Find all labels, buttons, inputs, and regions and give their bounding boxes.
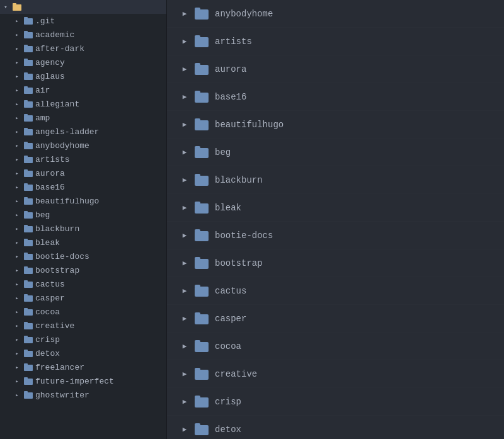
tree-item[interactable]: ▸ academic: [0, 28, 166, 42]
chevron-right-icon: ▸: [13, 155, 21, 164]
chevron-right-icon: ▸: [13, 127, 21, 136]
svg-rect-52: [24, 365, 33, 371]
list-item[interactable]: ▶ creative: [167, 360, 504, 388]
chevron-right-icon: ▸: [13, 169, 21, 178]
list-item[interactable]: ▶ artists: [167, 28, 504, 55]
svg-rect-83: [195, 340, 200, 343]
tree-item[interactable]: ▸ air: [0, 83, 166, 97]
chevron-right-icon: ▶: [180, 369, 190, 379]
folder-icon: [23, 57, 33, 67]
tree-item-label: artists: [35, 155, 70, 164]
tree-item[interactable]: ▸ future-imperfect: [0, 374, 166, 388]
chevron-right-icon: ▶: [180, 231, 190, 241]
tree-item[interactable]: ▸ bootie-docs: [0, 249, 166, 263]
tree-item[interactable]: ▸ aglaus: [0, 69, 166, 83]
list-item[interactable]: ▶ aurora: [167, 55, 504, 83]
tree-item[interactable]: ▸ detox: [0, 346, 166, 360]
svg-rect-50: [24, 351, 33, 357]
folder-icon: [195, 7, 209, 21]
tree-item[interactable]: ▸ .git: [0, 14, 166, 28]
tree-item[interactable]: ▸ cactus: [0, 277, 166, 291]
tree-item-label: .git: [35, 16, 55, 26]
chevron-right-icon: ▶: [180, 64, 190, 74]
svg-rect-18: [24, 129, 33, 135]
folder-icon: [12, 2, 22, 12]
list-item-label: blackburn: [215, 175, 263, 185]
folder-icon: [23, 265, 33, 275]
chevron-right-icon: ▸: [13, 321, 21, 330]
tree-item[interactable]: ▸ casper: [0, 291, 166, 305]
folder-icon: [195, 173, 209, 187]
left-tree-items: ▸ .git ▸ academic ▸: [0, 14, 166, 402]
list-item[interactable]: ▶ crisp: [167, 388, 504, 416]
list-item[interactable]: ▶ cocoa: [167, 333, 504, 360]
chevron-right-icon: ▶: [180, 175, 190, 185]
tree-item-label: detox: [35, 349, 60, 358]
tree-item[interactable]: ▸ beautifulhugo: [0, 194, 166, 208]
tree-item[interactable]: ▸ amp: [0, 111, 166, 125]
list-item[interactable]: ▶ bootstrap: [167, 249, 504, 277]
tree-item[interactable]: ▸ creative: [0, 319, 166, 333]
svg-rect-58: [195, 9, 209, 20]
tree-item[interactable]: ▸ anybodyhome: [0, 139, 166, 152]
list-item[interactable]: ▶ bleak: [167, 194, 504, 222]
tree-item-label: academic: [35, 30, 74, 40]
tree-item[interactable]: ▸ aurora: [0, 166, 166, 180]
tree-item[interactable]: ▸ beg: [0, 208, 166, 222]
svg-rect-49: [24, 336, 28, 338]
svg-rect-55: [24, 377, 28, 379]
tree-item-label: blackburn: [35, 224, 79, 234]
list-item[interactable]: ▶ blackburn: [167, 166, 504, 194]
svg-rect-21: [24, 142, 28, 144]
list-item-label: beautifulhugo: [215, 120, 284, 130]
chevron-right-icon: ▸: [13, 224, 21, 233]
tree-item[interactable]: ▸ bleak: [0, 236, 166, 249]
folder-icon: [23, 16, 33, 26]
list-item[interactable]: ▶ cactus: [167, 277, 504, 305]
tree-root-themes[interactable]: ▾: [0, 0, 166, 14]
list-item[interactable]: ▶ detox: [167, 416, 504, 439]
folder-icon: [23, 30, 33, 40]
tree-item[interactable]: ▸ cocoa: [0, 305, 166, 319]
tree-item[interactable]: ▸ bootstrap: [0, 263, 166, 277]
list-item[interactable]: ▶ casper: [167, 305, 504, 333]
list-item[interactable]: ▶ beautifulhugo: [167, 111, 504, 139]
folder-icon: [23, 168, 33, 178]
svg-rect-26: [24, 185, 33, 191]
chevron-right-icon: ▸: [13, 197, 21, 205]
svg-rect-45: [24, 308, 28, 310]
chevron-right-icon: ▸: [13, 363, 21, 372]
tree-item[interactable]: ▸ artists: [0, 152, 166, 166]
svg-rect-73: [195, 202, 200, 205]
tree-item[interactable]: ▸ base16: [0, 180, 166, 194]
tree-item-label: agency: [35, 58, 65, 67]
list-item[interactable]: ▶ beg: [167, 139, 504, 166]
folder-icon: [23, 140, 33, 151]
tree-item-label: after-dark: [35, 44, 84, 54]
svg-rect-87: [195, 396, 200, 399]
list-item[interactable]: ▶ anybodyhome: [167, 0, 504, 28]
tree-item[interactable]: ▸ angels-ladder: [0, 125, 166, 139]
tree-item[interactable]: ▸ freelancer: [0, 360, 166, 374]
tree-item[interactable]: ▸ crisp: [0, 333, 166, 346]
list-item[interactable]: ▶ bootie-docs: [167, 222, 504, 249]
list-item-label: artists: [215, 37, 252, 47]
svg-rect-53: [24, 363, 28, 365]
tree-item[interactable]: ▸ ghostwriter: [0, 388, 166, 402]
left-file-tree: ▾ ▸ .git ▸: [0, 0, 167, 439]
svg-rect-12: [24, 88, 33, 94]
list-item-label: creative: [215, 369, 257, 379]
svg-rect-7: [24, 45, 28, 47]
chevron-right-icon: ▶: [180, 341, 190, 351]
folder-icon: [23, 293, 33, 303]
svg-rect-77: [195, 257, 200, 260]
list-item[interactable]: ▶ base16: [167, 83, 504, 111]
chevron-right-icon: ▶: [180, 9, 190, 19]
svg-rect-56: [24, 392, 33, 399]
tree-item[interactable]: ▸ blackburn: [0, 222, 166, 236]
tree-item-label: anybodyhome: [35, 141, 89, 151]
tree-item[interactable]: ▸ agency: [0, 55, 166, 69]
tree-item[interactable]: ▸ allegiant: [0, 97, 166, 111]
chevron-right-icon: ▶: [180, 397, 190, 407]
tree-item[interactable]: ▸ after-dark: [0, 42, 166, 55]
